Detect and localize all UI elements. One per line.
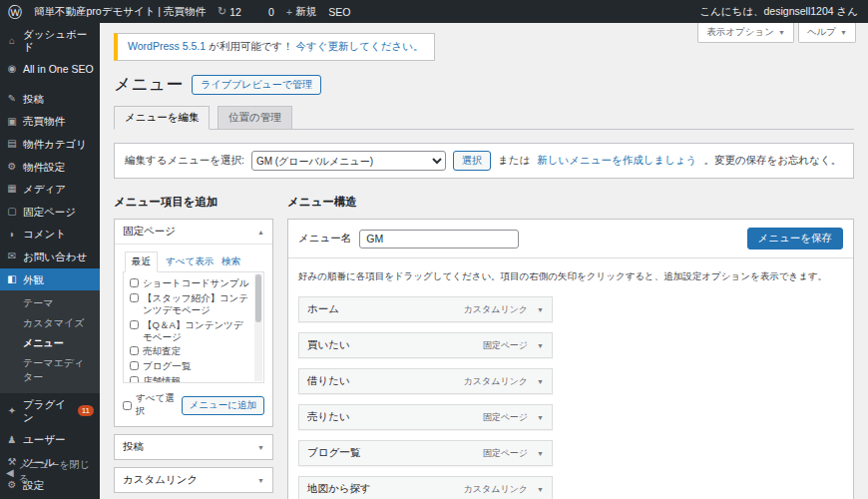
sidebar-item-dashboard[interactable]: ⌂ ダッシュボード (0, 23, 100, 58)
sidebar-item-label: ユーザー (23, 433, 66, 446)
page-checkbox[interactable] (130, 346, 139, 355)
plus-icon: + (286, 6, 292, 18)
new-content-link[interactable]: + 新規 (286, 5, 316, 19)
submenu-item-menus[interactable]: メニュー (0, 333, 100, 353)
chevron-down-icon[interactable]: ▼ (537, 450, 544, 457)
sidebar-item-plugins[interactable]: ✦ プラグイン 11 (0, 393, 100, 428)
pages-accordion-header[interactable]: 固定ページ ▲ (115, 220, 272, 244)
sidebar-item-users[interactable]: ♟ ユーザー (0, 428, 100, 451)
sidebar-separator (0, 81, 100, 88)
chevron-down-icon[interactable]: ▼ (537, 486, 544, 493)
menu-item-blog-list[interactable]: ブログ一覧 固定ページ ▼ (298, 440, 553, 466)
page-checkbox-item[interactable]: ブログ一覧 (130, 360, 249, 372)
submenu-item-themes[interactable]: テーマ (0, 293, 100, 313)
submenu-item-theme-editor[interactable]: テーマエディター (0, 353, 100, 387)
page-checkbox[interactable] (130, 361, 139, 370)
page-checkbox[interactable] (130, 320, 139, 329)
select-all-checkbox[interactable] (123, 401, 132, 410)
sidebar-item-label: ダッシュボード (23, 28, 94, 53)
menu-item-type: カスタムリンク (464, 483, 528, 496)
menu-select-dropdown[interactable]: GM (グローバルメニュー) (251, 151, 446, 171)
page-checkbox[interactable] (130, 293, 139, 302)
seo-menu-link[interactable]: SEO (328, 6, 350, 18)
updates-indicator[interactable]: ↻ 12 (217, 5, 241, 18)
screen-options-label: 表示オプション (706, 26, 774, 39)
wordpress-version-link[interactable]: WordPress 5.5.1 (128, 40, 206, 52)
sidebar-item-property-category[interactable]: ▤ 物件カテゴリ (0, 133, 100, 156)
tab-most-recent[interactable]: 最近 (125, 251, 158, 272)
custom-links-accordion-header[interactable]: カスタムリンク ▼ (115, 468, 272, 492)
custom-links-accordion: カスタムリンク ▼ (114, 467, 273, 493)
menu-item-sell[interactable]: 売りたい 固定ページ ▼ (298, 404, 553, 430)
chevron-down-icon: ▼ (840, 29, 847, 36)
sidebar-item-properties[interactable]: ▣ 売買物件 (0, 110, 100, 133)
sidebar-item-label: お問い合わせ (23, 250, 87, 263)
live-preview-button[interactable]: ライブプレビューで管理 (192, 75, 321, 95)
sidebar-item-appearance[interactable]: ◧ 外観 (0, 268, 100, 291)
page-checkbox-item[interactable]: ショートコードサンプル (130, 277, 249, 289)
menu-item-type: カスタムリンク (464, 303, 528, 316)
page-checkbox-item[interactable]: 【スタッフ紹介】コンテンツデモページ (130, 292, 249, 316)
menu-edit-panel: メニュー名 メニューを保存 好みの順番に各項目をドラッグしてください。項目の右側… (287, 219, 854, 499)
sidebar-item-contact[interactable]: ✉ お問い合わせ (0, 246, 100, 268)
update-now-link[interactable]: 今すぐ更新してください。 (296, 40, 424, 52)
add-menu-items-heading: メニュー項目を追加 (114, 195, 273, 210)
submenu-item-customize[interactable]: カスタマイズ (0, 313, 100, 333)
tab-search[interactable]: 検索 (221, 252, 240, 271)
chevron-down-icon[interactable]: ▼ (537, 414, 544, 421)
menu-item-buy[interactable]: 買いたい 固定ページ ▼ (298, 332, 553, 358)
aioseo-icon: ◉ (6, 63, 18, 75)
page-checkbox[interactable] (130, 376, 139, 383)
checklist-scrollbar-thumb[interactable] (255, 274, 261, 322)
page-item-label: 【スタッフ紹介】コンテンツデモページ (143, 292, 249, 316)
add-to-menu-button[interactable]: メニューに追加 (182, 396, 264, 415)
wordpress-logo-icon[interactable]: Ⓦ (8, 5, 22, 19)
comments-indicator[interactable]: 0 (253, 6, 274, 18)
chevron-up-icon: ▲ (257, 229, 264, 236)
page-checkbox-item[interactable]: 店舗情報 (130, 375, 249, 383)
tab-manage-locations[interactable]: 位置の管理 (217, 106, 292, 130)
menu-item-map-search[interactable]: 地図から探す カスタムリンク ▼ (298, 476, 553, 499)
menu-item-rent[interactable]: 借りたい カスタムリンク ▼ (298, 368, 553, 394)
menu-structure-column: メニュー構造 メニュー名 メニューを保存 好みの順番に各項目をドラッグしてくださ… (287, 195, 854, 499)
menu-name-input[interactable] (359, 230, 519, 249)
sidebar-item-posts[interactable]: ✎ 投稿 (0, 88, 100, 111)
select-menu-button[interactable]: 選択 (453, 151, 491, 171)
sidebar-item-label: 外観 (23, 273, 44, 286)
posts-accordion-title: 投稿 (123, 440, 144, 454)
sidebar-item-property-settings[interactable]: ⚙ 物件設定 (0, 156, 100, 179)
posts-accordion-header[interactable]: 投稿 ▼ (115, 435, 272, 459)
select-all-label: すべて選択 (136, 392, 182, 418)
menu-structure-heading: メニュー構造 (287, 195, 854, 210)
page-checkbox[interactable] (130, 278, 139, 287)
page-item-label: 【Q＆A】コンテンツデモページ (143, 319, 249, 343)
checklist-scrollbar[interactable] (254, 273, 262, 381)
chevron-down-icon[interactable]: ▼ (537, 378, 544, 385)
chevron-down-icon[interactable]: ▼ (537, 306, 544, 313)
new-content-label: 新規 (295, 5, 316, 19)
custom-links-accordion-title: カスタムリンク (123, 473, 198, 487)
site-name-link[interactable]: 簡単不動産proデモサイト | 売買物件 (34, 5, 206, 19)
page-checkbox-item[interactable]: 【Q＆A】コンテンツデモページ (130, 319, 249, 343)
tab-edit-menus[interactable]: メニューを編集 (114, 106, 210, 130)
sidebar-item-label: 物件カテゴリ (23, 138, 87, 151)
create-menu-link[interactable]: 新しいメニューを作成しましょう (537, 154, 696, 168)
save-menu-button[interactable]: メニューを保存 (747, 228, 843, 250)
sidebar-item-media[interactable]: ▦ メディア (0, 178, 100, 201)
howdy-account-link[interactable]: こんにちは、designsell1204 さん (699, 5, 868, 19)
sidebar-item-comments[interactable]: ◗ コメント (0, 223, 100, 246)
chevron-down-icon[interactable]: ▼ (537, 342, 544, 349)
menu-item-home[interactable]: ホーム カスタムリンク ▼ (298, 296, 553, 322)
screen-options-button[interactable]: 表示オプション ▼ (697, 23, 794, 43)
menu-item-label: 買いたい (307, 338, 350, 352)
page-item-label: ショートコードサンプル (143, 277, 249, 289)
page-checkbox-item[interactable]: 売却査定 (130, 345, 249, 357)
tab-view-all[interactable]: すべて表示 (166, 252, 214, 271)
help-button[interactable]: ヘルプ ▼ (798, 23, 856, 43)
envelope-icon: ✉ (6, 250, 18, 262)
collapse-menu-button[interactable]: ◀ メニューを閉じる (0, 453, 100, 491)
sidebar-item-pages[interactable]: ▢ 固定ページ (0, 201, 100, 224)
sidebar-item-aioseo[interactable]: ◉ All in One SEO (0, 58, 100, 81)
update-notice-text: が利用可能です！ (206, 40, 296, 52)
select-all-control[interactable]: すべて選択 (123, 392, 182, 418)
